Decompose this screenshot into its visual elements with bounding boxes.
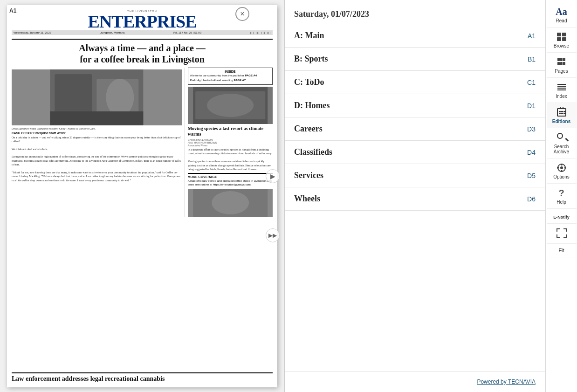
pages-label: Pages — [555, 69, 568, 74]
species-headline: Moving species a last resort as climate … — [188, 126, 273, 137]
editions-label: Editions — [552, 119, 570, 124]
section-page-link[interactable]: D6 — [527, 195, 536, 203]
options-label: Options — [553, 174, 569, 179]
newspaper-location: Livingston, Montana — [100, 31, 125, 34]
content-panel: Saturday, 01/07/2023 A: MainA1B: SportsB… — [284, 0, 545, 392]
svg-point-21 — [560, 166, 563, 169]
enotify-label: E-Notify — [553, 215, 570, 220]
section-page-link[interactable]: D5 — [527, 172, 536, 179]
search-archive-button[interactable]: SearchArchive — [547, 128, 577, 158]
newspaper-date: Wednesday, January 11, 2023 — [14, 31, 51, 34]
svg-point-3 — [106, 79, 134, 116]
sports-photo — [188, 87, 273, 124]
svg-rect-22 — [561, 164, 562, 165]
svg-rect-14 — [557, 58, 560, 61]
section-item-careers[interactable]: CareersD3 — [285, 117, 545, 141]
svg-rect-15 — [560, 58, 563, 61]
side-column: INSIDE A letter to our community from th… — [185, 68, 273, 217]
svg-point-9 — [212, 191, 249, 214]
svg-rect-24 — [557, 167, 559, 169]
section-name: Services — [294, 171, 323, 180]
section-name: A: Main — [294, 31, 324, 41]
index-icon — [555, 82, 568, 93]
section-item-wheels[interactable]: WheelsD6 — [285, 187, 545, 211]
main-column: Delta Spectrum helps Livingston resident… — [12, 68, 182, 217]
toolbar: Aa Read Browse Pages — [545, 0, 577, 392]
section-name: Wheels — [294, 194, 320, 204]
svg-rect-10 — [557, 33, 561, 36]
nav-forward-double-button[interactable]: ▶▶ — [266, 228, 280, 242]
fit-button[interactable]: Fit — [547, 244, 577, 257]
svg-rect-18 — [560, 62, 563, 65]
newspaper-title: ENTERPRISE — [12, 13, 273, 30]
svg-point-7 — [207, 94, 254, 117]
help-icon: ? — [555, 187, 568, 199]
browse-icon — [555, 31, 568, 42]
species-text: In a desperate effort to save a seabird … — [188, 148, 273, 171]
section-item-d--homes[interactable]: D: HomesD1 — [285, 94, 545, 117]
svg-rect-13 — [562, 37, 566, 41]
expand-button[interactable] — [547, 224, 577, 244]
editions-icon — [555, 107, 568, 118]
newspaper-vol: Vol. 117 No. 26 | $1.00 — [173, 31, 201, 34]
main-photo — [12, 69, 182, 125]
pages-icon — [555, 56, 568, 68]
section-page-link[interactable]: D4 — [527, 149, 536, 156]
fit-label: Fit — [558, 248, 564, 253]
options-icon — [555, 162, 568, 173]
section-page-link[interactable]: A1 — [528, 32, 536, 40]
section-item-a--main[interactable]: A: MainA1 — [285, 24, 545, 48]
svg-rect-16 — [563, 58, 565, 61]
newspaper-header: THE LIVINGSTON ENTERPRISE Wednesday, Jan… — [12, 10, 273, 40]
svg-rect-25 — [564, 167, 566, 169]
section-page-link[interactable]: B1 — [528, 55, 536, 63]
read-label: Read — [556, 18, 567, 23]
search-archive-label: SearchArchive — [554, 144, 569, 154]
section-item-classifieds[interactable]: ClassifiedsD4 — [285, 141, 545, 164]
more-coverage-title: MORE COVERAGE — [188, 175, 273, 179]
main-body: Delta Spectrum helps Livingston resident… — [12, 68, 273, 217]
expand-icon — [555, 227, 568, 239]
more-coverage-text: A map of locally owned and operated coff… — [188, 179, 273, 187]
svg-rect-12 — [557, 37, 561, 41]
section-name: Classifieds — [294, 147, 332, 157]
section-page-link[interactable]: D1 — [527, 102, 536, 110]
section-item-b--sports[interactable]: B: SportsB1 — [285, 48, 545, 71]
cash-byline-label: CASH GEISER Enterprise Staff Writer — [12, 131, 182, 135]
svg-rect-4 — [50, 111, 143, 125]
article-text-main: On a cold day in winter — and we're talk… — [12, 136, 182, 183]
options-button[interactable]: Options — [547, 158, 577, 184]
section-item-services[interactable]: ServicesD5 — [285, 164, 545, 187]
svg-rect-11 — [562, 33, 566, 36]
nav-forward-button[interactable]: ▶ — [266, 169, 280, 183]
close-button[interactable]: × — [235, 7, 249, 21]
section-page-link[interactable]: D3 — [527, 125, 536, 133]
newspaper-content: THE LIVINGSTON ENTERPRISE Wednesday, Jan… — [7, 5, 277, 387]
inside-box: INSIDE A letter to our community from th… — [188, 68, 273, 85]
read-button[interactable]: Aa Read — [547, 2, 577, 28]
inside-text-1: A letter to our community from the publi… — [190, 74, 270, 78]
inside-title: INSIDE — [190, 70, 270, 73]
edition-date: Saturday, 01/07/2023 — [285, 0, 545, 24]
powered-by[interactable]: Powered by TECNAVIA — [285, 371, 545, 392]
editions-button[interactable]: Editions — [547, 103, 577, 128]
index-label: Index — [556, 94, 567, 99]
small-photo — [188, 189, 273, 217]
enotify-button[interactable]: E-Notify — [547, 211, 577, 224]
pages-button[interactable]: Pages — [547, 53, 577, 78]
read-icon: Aa — [555, 6, 568, 17]
barcode-placeholder: ||| ||| ||| ||| — [250, 31, 271, 34]
browse-button[interactable]: Browse — [547, 28, 577, 53]
section-list: A: MainA1B: SportsB1C: ToDoC1D: HomesD1C… — [285, 24, 545, 371]
newspaper-page: A1 THE LIVINGSTON ENTERPRISE Wednesday, … — [7, 5, 277, 387]
section-item-c--todo[interactable]: C: ToDoC1 — [285, 71, 545, 94]
help-button[interactable]: ? Help — [547, 184, 577, 209]
main-photo-caption: Delta Spectrum helps Livingston resident… — [12, 127, 182, 130]
newspaper-panel: A1 THE LIVINGSTON ENTERPRISE Wednesday, … — [0, 0, 284, 392]
bottom-headline: Law enforcement addresses legal recreati… — [12, 372, 273, 383]
index-button[interactable]: Index — [547, 78, 577, 103]
section-page-link[interactable]: C1 — [527, 79, 536, 86]
section-name: B: Sports — [294, 54, 328, 64]
species-byline: CHRISTINA LARSONAND MATTHEW BROWNAssocia… — [188, 138, 273, 147]
svg-rect-23 — [561, 170, 562, 172]
